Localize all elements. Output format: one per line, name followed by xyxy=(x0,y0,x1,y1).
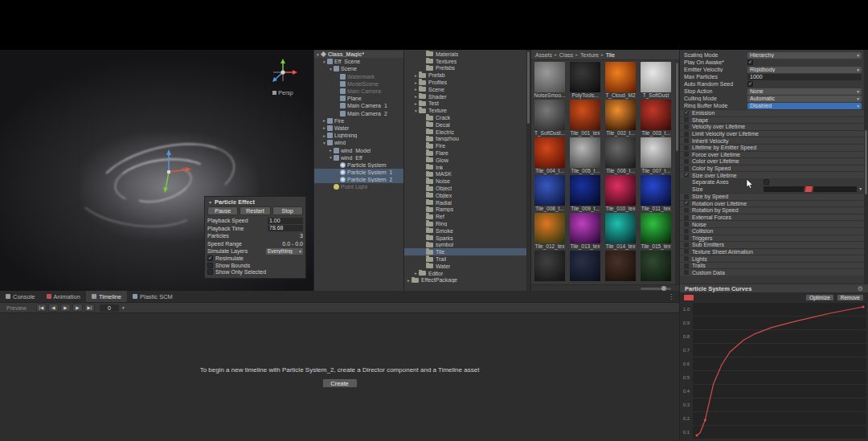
module-checkbox[interactable] xyxy=(684,125,689,129)
module-header[interactable]: Color by Speed xyxy=(680,165,868,172)
hierarchy-item[interactable]: ▸wind_Model xyxy=(314,146,403,153)
expand-arrow-icon[interactable]: ▸ xyxy=(413,73,419,78)
tab-console[interactable]: Console xyxy=(0,291,41,302)
project-folder[interactable]: MASK xyxy=(404,171,530,178)
preview-toggle[interactable]: Preview xyxy=(0,305,33,311)
hierarchy-item[interactable]: Main Camera_2 xyxy=(314,110,403,117)
project-folder[interactable]: Smoke xyxy=(404,227,530,235)
optimize-button[interactable]: Optimize xyxy=(805,294,834,301)
module-checkbox[interactable] xyxy=(684,145,689,150)
project-folder[interactable]: Ink xyxy=(404,164,530,171)
checkbox[interactable]: ✓ xyxy=(207,255,213,261)
hierarchy-item[interactable]: Main Camera_1 xyxy=(314,102,403,109)
asset-item[interactable]: T_SoftDust... xyxy=(532,99,567,137)
project-folder[interactable]: ▸EffectPackage xyxy=(404,277,530,284)
project-folder[interactable]: ▸Editor xyxy=(404,270,530,277)
expand-arrow-icon[interactable]: ▾ xyxy=(321,141,327,145)
module-header[interactable]: Rotation by Speed xyxy=(680,206,868,214)
asset-item[interactable]: Tile_004_t... xyxy=(532,137,567,174)
play-button[interactable]: ▶ xyxy=(60,304,71,312)
particle-toggle[interactable]: Show Bounds xyxy=(207,262,303,269)
hierarchy-item[interactable]: ▾Class_Magic* xyxy=(314,51,403,58)
curve-key-point[interactable] xyxy=(862,305,864,308)
module-checkbox[interactable]: ✓ xyxy=(684,111,689,116)
module-checkbox[interactable] xyxy=(684,263,689,268)
thumbnail-size-slider[interactable] xyxy=(641,288,671,290)
project-folder[interactable]: Water xyxy=(404,263,530,270)
module-checkbox[interactable] xyxy=(684,235,689,240)
module-header[interactable]: Sub Emitters xyxy=(680,241,868,248)
asset-item[interactable]: Tile_003_t... xyxy=(638,99,674,137)
project-folder[interactable]: ▸Profiles xyxy=(404,79,530,86)
expand-arrow-icon[interactable]: ▾ xyxy=(328,67,334,71)
module-header[interactable]: Noise xyxy=(680,220,868,227)
asset-item[interactable] xyxy=(567,250,603,284)
hierarchy-item[interactable]: Watermark xyxy=(314,73,403,80)
project-folder[interactable]: Textures xyxy=(404,58,530,65)
property-dropdown[interactable]: None▾ xyxy=(747,88,862,95)
module-checkbox[interactable] xyxy=(684,270,689,275)
transform-gizmo[interactable] xyxy=(146,146,198,204)
property-dropdown[interactable]: Disabled▾ xyxy=(747,103,862,109)
hierarchy-item[interactable]: Point Light xyxy=(314,183,403,190)
asset-item[interactable]: Tile_015_tex xyxy=(638,212,674,250)
property-field[interactable]: 1000 xyxy=(747,74,862,80)
project-folder[interactable]: Fire xyxy=(404,142,530,149)
hierarchy-item[interactable]: ModelScene xyxy=(314,80,403,88)
project-folder[interactable]: Radial xyxy=(404,199,530,206)
hierarchy-item[interactable]: ▸Fire xyxy=(314,117,403,125)
asset-item[interactable] xyxy=(603,250,638,284)
pause-button[interactable]: Pause xyxy=(207,206,238,215)
scrollbar-thumb[interactable] xyxy=(676,63,678,151)
module-checkbox[interactable] xyxy=(684,249,689,254)
module-header[interactable]: Force over Lifetime xyxy=(680,151,868,158)
project-folder[interactable]: Object xyxy=(404,185,530,192)
asset-item[interactable] xyxy=(532,250,567,284)
create-button[interactable]: Create xyxy=(322,378,358,388)
module-header[interactable]: Custom Data xyxy=(680,268,868,276)
inspector-scrollbar[interactable] xyxy=(864,50,868,284)
project-folder[interactable]: ▸Prefab xyxy=(404,71,530,79)
expand-arrow-icon[interactable]: ▸ xyxy=(321,125,327,130)
project-folder[interactable]: ▸Test xyxy=(404,100,530,108)
project-folder[interactable]: Prefabs xyxy=(404,65,530,72)
field-value[interactable]: 1.00 xyxy=(268,218,303,224)
asset-item[interactable]: Tile_001_tex xyxy=(567,99,603,137)
goto-end-button[interactable]: ▶| xyxy=(84,304,95,312)
project-folder[interactable]: Glow xyxy=(404,157,530,164)
size-curve-field[interactable] xyxy=(764,186,857,192)
project-folder[interactable]: Flare xyxy=(404,149,530,157)
breadcrumb-item[interactable]: Tile xyxy=(606,52,615,58)
separate-axes-checkbox[interactable] xyxy=(764,179,769,185)
expand-arrow-icon[interactable]: ▾ xyxy=(321,59,327,64)
particle-panel-title[interactable]: ▾ Particle Effect xyxy=(207,198,303,206)
expand-arrow-icon[interactable]: ▸ xyxy=(413,80,419,85)
frame-counter[interactable]: 0 xyxy=(100,304,119,312)
goto-start-button[interactable]: |◀ xyxy=(36,304,47,312)
asset-item[interactable]: PolyTools... xyxy=(567,61,603,99)
slider-knob[interactable] xyxy=(661,286,666,291)
hierarchy-item[interactable]: ▾wind_Eff xyxy=(314,154,403,161)
property-dropdown[interactable]: Automatic▾ xyxy=(747,96,862,102)
property-dropdown[interactable]: Hierarchy▾ xyxy=(747,52,862,59)
project-folder[interactable]: Trail xyxy=(404,255,530,263)
hierarchy-item[interactable]: Particle System_1 xyxy=(314,169,403,176)
module-header[interactable]: Trails xyxy=(680,262,868,269)
expand-arrow-icon[interactable]: ▸ xyxy=(413,101,419,106)
module-header[interactable]: ✓Rotation over Lifetime xyxy=(680,200,868,207)
tab-timeline[interactable]: Timeline xyxy=(86,291,127,302)
hierarchy-item[interactable]: ▾Scene xyxy=(314,65,403,72)
expand-arrow-icon[interactable]: ▾ xyxy=(413,108,419,113)
curve-graph[interactable] xyxy=(693,302,866,439)
asset-item[interactable] xyxy=(638,250,674,284)
hierarchy-item[interactable]: ▸Lightning xyxy=(314,132,403,139)
module-header[interactable]: External Forces xyxy=(680,214,868,221)
project-folder[interactable]: Materials xyxy=(404,51,530,58)
tab-animation[interactable]: Animation xyxy=(41,291,86,302)
property-checkbox[interactable]: ✓ xyxy=(747,81,753,87)
module-checkbox[interactable] xyxy=(684,243,689,247)
asset-item[interactable]: Tile_013_tex xyxy=(567,212,603,250)
project-folder[interactable]: Noise xyxy=(404,178,530,185)
module-checkbox[interactable]: ✓ xyxy=(684,201,689,206)
field-value[interactable]: 78.68 xyxy=(268,225,303,231)
